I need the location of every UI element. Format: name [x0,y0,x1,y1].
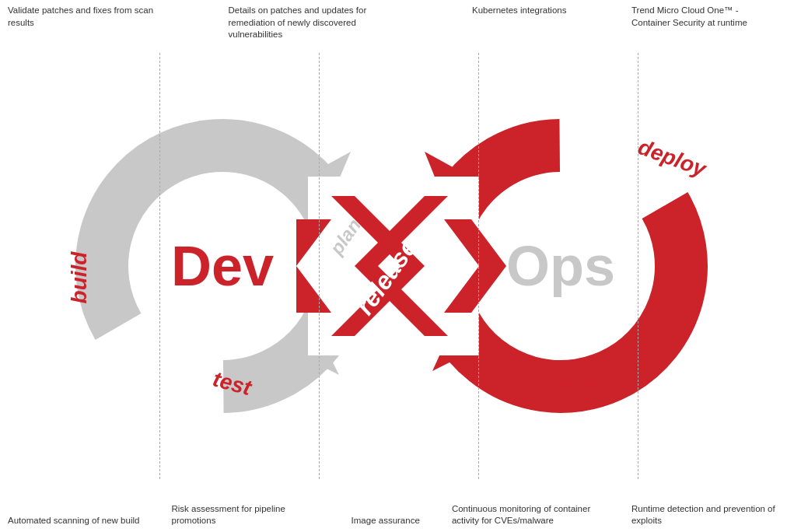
dotted-line-4 [638,53,638,479]
ops-label: Ops [506,235,615,297]
dotted-line-1 [159,53,160,479]
bottom-annotations: Automated scanning of new build Risk ass… [0,499,787,532]
bottom-annotation-4: Continuous monitoring of container activ… [452,503,600,527]
top-annotations: Validate patches and fixes from scan res… [0,0,787,46]
top-annotation-2: Details on patches and updates for remed… [229,5,407,41]
label-build: build [67,251,91,304]
label-operate: operate [708,242,732,320]
top-annotation-4: Trend Micro Cloud One™ - Container Secur… [631,5,779,41]
top-annotation-3: Kubernetes integrations [472,5,566,41]
dev-label: Dev [171,235,274,297]
bottom-annotation-3: Image assurance [352,515,420,527]
devops-diagram: Dev Ops code build test plan release dep… [12,68,775,464]
bottom-annotation-5: Runtime detection and prevention of expl… [631,503,779,527]
dotted-line-3 [478,53,479,479]
diagram-area: Dev Ops code build test plan release dep… [0,54,787,478]
dotted-line-2 [319,53,320,479]
bottom-annotation-2: Risk assessment for pipeline promotions [172,503,320,527]
bottom-annotation-1: Automated scanning of new build [8,515,139,527]
label-deploy: deploy [635,135,711,181]
top-annotation-1: Validate patches and fixes from scan res… [8,5,163,41]
page-container: Validate patches and fixes from scan res… [0,0,787,532]
